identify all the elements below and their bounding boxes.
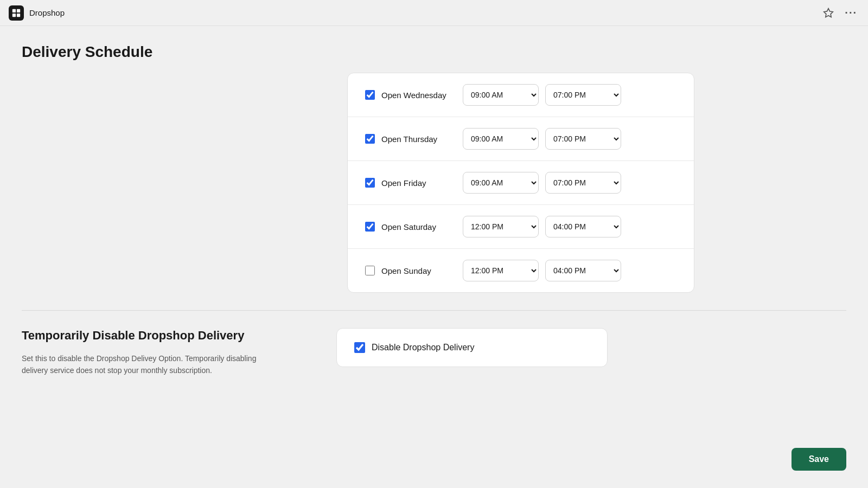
svg-rect-3: [17, 13, 20, 16]
page-content: Delivery Schedule Open Wednesday12:00 AM…: [0, 26, 868, 394]
open-time-friday[interactable]: 12:00 AM01:00 AM02:00 AM03:00 AM04:00 AM…: [463, 172, 539, 194]
svg-rect-1: [17, 9, 20, 12]
app-logo: [9, 5, 24, 21]
open-time-saturday[interactable]: 12:00 AM01:00 AM02:00 AM03:00 AM04:00 AM…: [463, 216, 539, 237]
schedule-row-saturday: Open Saturday12:00 AM01:00 AM02:00 AM03:…: [348, 205, 694, 249]
disable-section-heading: Temporarily Disable Dropshop Delivery: [22, 328, 271, 344]
label-sunday: Open Sunday: [381, 266, 452, 275]
svg-rect-2: [12, 13, 16, 16]
open-time-sunday[interactable]: 12:00 AM01:00 AM02:00 AM03:00 AM04:00 AM…: [463, 260, 539, 281]
checkbox-wednesday[interactable]: [365, 90, 375, 100]
svg-rect-0: [12, 9, 16, 12]
label-saturday: Open Saturday: [381, 222, 452, 232]
disable-delivery-label: Disable Dropshop Delivery: [372, 343, 474, 352]
checkbox-friday[interactable]: [365, 178, 375, 188]
save-btn-container: Save: [792, 448, 846, 471]
label-friday: Open Friday: [381, 178, 452, 188]
close-time-sunday[interactable]: 12:00 AM01:00 AM02:00 AM03:00 AM04:00 AM…: [545, 260, 621, 281]
checkbox-thursday[interactable]: [365, 134, 375, 144]
more-options-button[interactable]: ···: [843, 4, 859, 21]
close-time-friday[interactable]: 12:00 AM01:00 AM02:00 AM03:00 AM04:00 AM…: [545, 172, 621, 194]
save-button[interactable]: Save: [792, 448, 846, 471]
schedule-row-thursday: Open Thursday12:00 AM01:00 AM02:00 AM03:…: [348, 117, 694, 161]
schedule-card: Open Wednesday12:00 AM01:00 AM02:00 AM03…: [347, 73, 694, 293]
disable-delivery-checkbox[interactable]: [354, 342, 365, 353]
open-time-wednesday[interactable]: 12:00 AM01:00 AM02:00 AM03:00 AM04:00 AM…: [463, 84, 539, 106]
disable-section-text: Temporarily Disable Dropshop Delivery Se…: [22, 328, 271, 376]
close-time-wednesday[interactable]: 12:00 AM01:00 AM02:00 AM03:00 AM04:00 AM…: [545, 84, 621, 106]
disable-card: Disable Dropshop Delivery: [336, 328, 608, 367]
pin-button[interactable]: [821, 5, 836, 21]
header-actions: ···: [821, 4, 859, 21]
checkbox-sunday[interactable]: [365, 266, 375, 275]
label-thursday: Open Thursday: [381, 134, 452, 144]
schedule-row-friday: Open Friday12:00 AM01:00 AM02:00 AM03:00…: [348, 161, 694, 205]
schedule-row-sunday: Open Sunday12:00 AM01:00 AM02:00 AM03:00…: [348, 249, 694, 292]
checkbox-saturday[interactable]: [365, 222, 375, 232]
open-time-thursday[interactable]: 12:00 AM01:00 AM02:00 AM03:00 AM04:00 AM…: [463, 128, 539, 150]
close-time-saturday[interactable]: 12:00 AM01:00 AM02:00 AM03:00 AM04:00 AM…: [545, 216, 621, 237]
label-wednesday: Open Wednesday: [381, 91, 452, 100]
section-divider: [22, 310, 846, 311]
disable-section-desc: Set this to disable the Dropshop Delivey…: [22, 352, 271, 377]
page-title: Delivery Schedule: [22, 43, 846, 61]
app-header: Dropshop ···: [0, 0, 868, 26]
close-time-thursday[interactable]: 12:00 AM01:00 AM02:00 AM03:00 AM04:00 AM…: [545, 128, 621, 150]
app-name: Dropshop: [29, 8, 65, 17]
header-left: Dropshop: [9, 5, 65, 21]
bottom-section: Temporarily Disable Dropshop Delivery Se…: [22, 328, 846, 376]
schedule-row-wednesday: Open Wednesday12:00 AM01:00 AM02:00 AM03…: [348, 73, 694, 117]
